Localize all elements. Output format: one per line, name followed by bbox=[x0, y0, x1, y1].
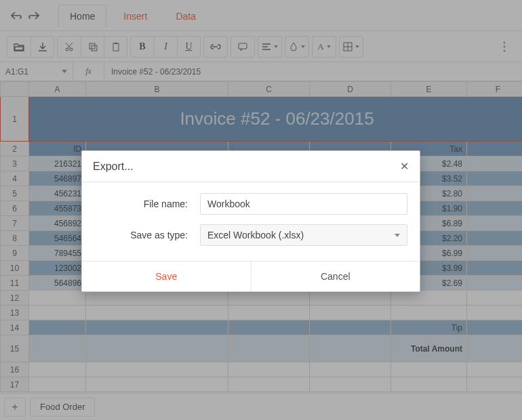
save-as-type-label: Save as type: bbox=[94, 230, 200, 240]
save-as-type-select[interactable]: Excel Workbook (.xlsx) bbox=[200, 224, 407, 246]
export-dialog: Export... ✕ File name: Save as type: Exc… bbox=[81, 150, 420, 292]
save-button[interactable]: Save bbox=[82, 261, 252, 291]
file-name-input[interactable] bbox=[200, 193, 407, 215]
file-name-label: File name: bbox=[94, 198, 200, 209]
save-as-type-value: Excel Workbook (.xlsx) bbox=[207, 230, 304, 240]
cancel-button[interactable]: Cancel bbox=[252, 261, 420, 291]
dialog-title: Export... bbox=[93, 161, 134, 173]
dialog-close-button[interactable]: ✕ bbox=[400, 160, 409, 173]
chevron-down-icon bbox=[395, 234, 400, 237]
